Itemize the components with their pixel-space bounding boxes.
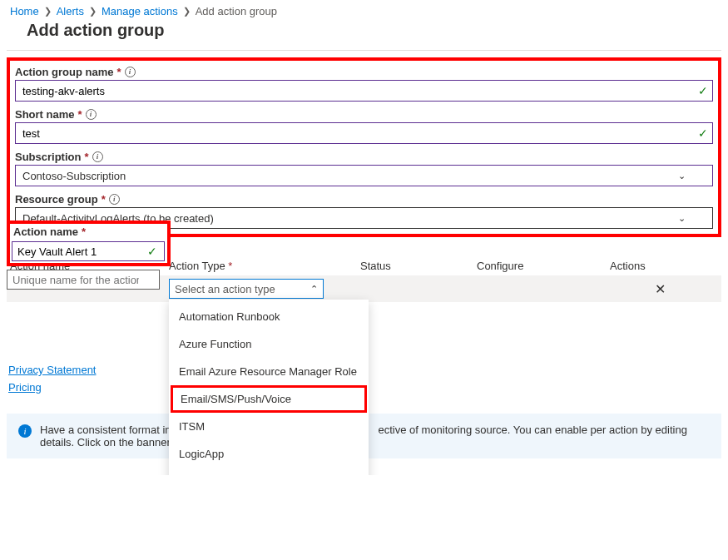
checkmark-icon: ✓ bbox=[698, 84, 708, 97]
highlight-box-action-name: Action name * ✓ bbox=[7, 221, 171, 266]
col-header-actions: Actions bbox=[610, 260, 710, 272]
info-icon: i bbox=[18, 424, 32, 438]
required-asterisk: * bbox=[84, 151, 88, 163]
select-subscription[interactable]: Contoso-Subscription ⌄ bbox=[15, 165, 713, 186]
banner-text-left: Have a consistent format in em bbox=[40, 424, 189, 436]
chevron-right-icon: ❯ bbox=[89, 6, 97, 17]
label-short-name: Short name bbox=[15, 108, 75, 121]
col-header-configure: Configure bbox=[477, 260, 610, 272]
required-asterisk: * bbox=[82, 225, 86, 238]
divider bbox=[7, 50, 721, 51]
info-icon[interactable]: i bbox=[125, 67, 136, 77]
delete-row-button[interactable]: ✕ bbox=[610, 281, 710, 297]
chevron-right-icon: ❯ bbox=[183, 6, 191, 17]
action-type-dropdown-list: Automation Runbook Azure Function Email … bbox=[169, 300, 369, 475]
breadcrumb-manage-actions[interactable]: Manage actions bbox=[102, 5, 178, 17]
info-icon[interactable]: i bbox=[92, 151, 103, 162]
breadcrumb-current: Add action group bbox=[196, 5, 277, 17]
chevron-down-icon: ⌄ bbox=[678, 171, 691, 181]
select-action-type[interactable]: Select an action type ⌃ Automation Runbo… bbox=[169, 279, 324, 299]
dropdown-item-email-sms-push-voice[interactable]: Email/SMS/Push/Voice bbox=[171, 385, 367, 413]
input-action-group-name[interactable] bbox=[15, 80, 713, 102]
input-action-name-2[interactable] bbox=[7, 270, 160, 290]
required-asterisk: * bbox=[102, 193, 106, 206]
info-icon[interactable]: i bbox=[109, 194, 120, 205]
required-asterisk: * bbox=[228, 260, 232, 272]
dropdown-item-secure-webhook[interactable]: Secure Webhook bbox=[169, 468, 369, 475]
dropdown-item-email-arm-role[interactable]: Email Azure Resource Manager Role bbox=[169, 358, 369, 385]
breadcrumb-alerts[interactable]: Alerts bbox=[57, 5, 84, 17]
col-header-action-type: Action Type bbox=[169, 260, 225, 272]
required-asterisk: * bbox=[116, 66, 121, 78]
dropdown-item-automation-runbook[interactable]: Automation Runbook bbox=[169, 303, 369, 330]
page-title: Add action group bbox=[27, 21, 721, 40]
col-header-action-name-highlight: Action name bbox=[13, 225, 78, 238]
label-resource-group: Resource group bbox=[15, 193, 98, 206]
dropdown-item-logicapp[interactable]: LogicApp bbox=[169, 440, 369, 468]
info-icon[interactable]: i bbox=[86, 109, 97, 120]
dropdown-item-azure-function[interactable]: Azure Function bbox=[169, 330, 369, 358]
checkmark-icon: ✓ bbox=[698, 126, 708, 140]
label-subscription: Subscription bbox=[15, 151, 81, 163]
highlight-box-fields: Action group name * i ✓ Short name * i ✓ bbox=[7, 57, 721, 237]
input-short-name[interactable] bbox=[15, 122, 713, 144]
breadcrumb: Home ❯ Alerts ❯ Manage actions ❯ Add act… bbox=[7, 0, 721, 17]
col-header-status: Status bbox=[360, 260, 477, 272]
select-action-type-placeholder: Select an action type bbox=[175, 283, 275, 295]
dropdown-item-itsm[interactable]: ITSM bbox=[169, 413, 369, 440]
chevron-up-icon: ⌃ bbox=[310, 284, 318, 295]
label-action-group-name: Action group name bbox=[15, 66, 113, 78]
select-subscription-value: Contoso-Subscription bbox=[22, 170, 126, 182]
chevron-right-icon: ❯ bbox=[44, 6, 52, 17]
breadcrumb-home[interactable]: Home bbox=[10, 5, 39, 17]
required-asterisk: * bbox=[78, 108, 82, 121]
checkmark-icon: ✓ bbox=[147, 245, 157, 258]
input-action-name-1[interactable] bbox=[12, 241, 165, 261]
chevron-down-icon: ⌄ bbox=[678, 213, 691, 224]
